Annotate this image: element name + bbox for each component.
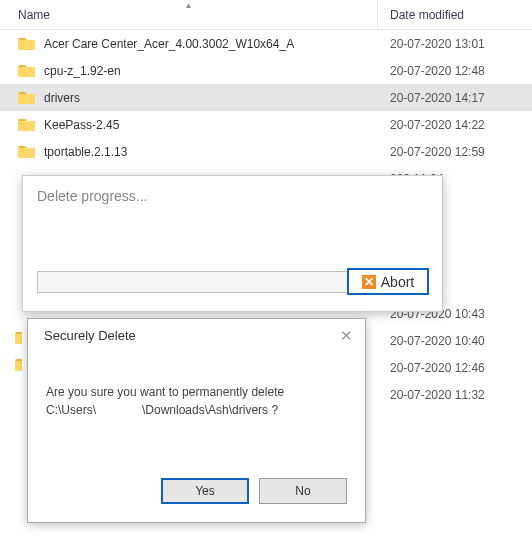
cell-name: cpu-z_1.92-en [0, 62, 378, 80]
cell-name: Acer Care Center_Acer_4.00.3002_W10x64_A [0, 35, 378, 53]
cell-date: 20-07-2020 14:17 [378, 91, 532, 105]
column-header-date[interactable]: Date modified [378, 0, 532, 29]
cell-name: KeePass-2.45 [0, 116, 378, 134]
dialog-title: Securely Delete [44, 328, 136, 343]
securely-delete-dialog: Securely Delete ✕ Are you sure you want … [27, 318, 366, 523]
cancel-icon: ✕ [362, 275, 376, 289]
file-name: KeePass-2.45 [44, 118, 119, 132]
file-name: Acer Care Center_Acer_4.00.3002_W10x64_A [44, 37, 294, 51]
table-row[interactable]: Acer Care Center_Acer_4.00.3002_W10x64_A… [0, 30, 532, 57]
folder-icon [18, 116, 36, 134]
dialog-title: Delete progress... [23, 176, 442, 204]
file-name: cpu-z_1.92-en [44, 64, 121, 78]
cell-date: 20-07-2020 14:22 [378, 118, 532, 132]
dialog-body: Are you sure you want to permanently del… [28, 347, 365, 419]
cell-date: 20-07-2020 10:40 [378, 334, 532, 348]
column-header-name[interactable]: Name ▲ [0, 0, 378, 29]
dialog-buttons: Yes No [161, 478, 347, 504]
table-row[interactable]: KeePass-2.4520-07-2020 14:22 [0, 111, 532, 138]
dialog-titlebar[interactable]: Securely Delete ✕ [28, 319, 365, 347]
yes-button[interactable]: Yes [161, 478, 249, 504]
cell-date: 20-07-2020 12:48 [378, 64, 532, 78]
table-row[interactable]: tportable.2.1.1320-07-2020 12:59 [0, 138, 532, 165]
table-row[interactable]: drivers20-07-2020 14:17 [0, 84, 532, 111]
table-row[interactable]: cpu-z_1.92-en20-07-2020 12:48 [0, 57, 532, 84]
confirm-text-line1: Are you sure you want to permanently del… [46, 383, 347, 401]
confirm-text-line2: C:\Users\\Downloads\Ash\drivers ? [46, 401, 347, 419]
cell-name: tportable.2.1.13 [0, 143, 378, 161]
folder-icon [15, 356, 22, 371]
folder-icon [15, 329, 22, 344]
close-icon[interactable]: ✕ [340, 328, 353, 343]
button-label: Abort [381, 274, 414, 290]
abort-button[interactable]: ✕ Abort [347, 268, 429, 295]
folder-icon [18, 143, 36, 161]
folder-icon [18, 89, 36, 107]
cell-date: 20-07-2020 12:46 [378, 361, 532, 375]
file-name: tportable.2.1.13 [44, 145, 127, 159]
cell-date: 20-07-2020 11:32 [378, 388, 532, 402]
column-label: Date modified [390, 8, 464, 22]
redacted-text [96, 405, 142, 416]
cell-date: 20-07-2020 12:59 [378, 145, 532, 159]
sort-ascending-icon: ▲ [185, 1, 193, 10]
file-name: drivers [44, 91, 80, 105]
cell-name: drivers [0, 89, 378, 107]
progress-bar [37, 271, 349, 293]
folder-icon [18, 62, 36, 80]
column-label: Name [18, 8, 50, 22]
no-button[interactable]: No [259, 478, 347, 504]
delete-progress-dialog: Delete progress... ✕ Abort [22, 175, 443, 312]
folder-icon [18, 35, 36, 53]
column-header: Name ▲ Date modified [0, 0, 532, 30]
cell-date: 20-07-2020 13:01 [378, 37, 532, 51]
